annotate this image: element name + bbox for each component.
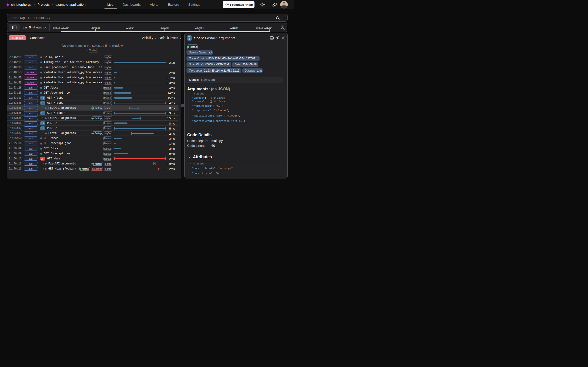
svg-text:?: ? xyxy=(226,3,228,6)
